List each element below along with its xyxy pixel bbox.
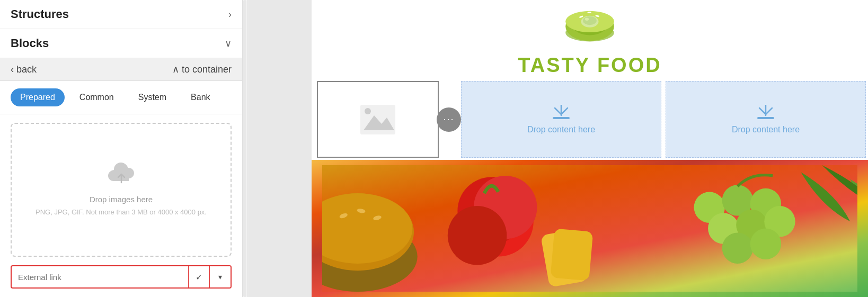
svg-rect-15 <box>757 117 774 119</box>
svg-point-6 <box>585 17 589 21</box>
page-content: TASTY FOOD ··· <box>312 0 868 297</box>
svg-point-26 <box>448 206 507 265</box>
drop-sub-text: PNG, JPG, GIF. Not more than 3 MB or 400… <box>36 207 207 218</box>
tab-prepared[interactable]: Prepared <box>11 88 65 106</box>
structures-title: Structures <box>11 7 69 21</box>
canvas-area: TASTY FOOD ··· <box>248 0 868 297</box>
drop-cloud-icon <box>108 163 135 190</box>
svg-point-11 <box>365 108 371 114</box>
logo-text: TASTY FOOD <box>518 54 661 77</box>
back-to-container-bar: ‹ back ∧ to container <box>0 58 242 81</box>
food-image-inner <box>312 160 868 297</box>
panel-divider <box>243 0 248 297</box>
left-panel: Structures › Blocks ∨ ‹ back ∧ to contai… <box>0 0 243 297</box>
blocks-header[interactable]: Blocks ∨ <box>0 29 242 58</box>
three-dots-button[interactable]: ··· <box>437 107 461 132</box>
drop-content-icon-1 <box>552 105 571 121</box>
external-link-row: ✓ ▾ <box>11 265 232 289</box>
svg-rect-28 <box>551 229 594 281</box>
image-drop-zone[interactable]: Drop images here PNG, JPG, GIF. Not more… <box>11 123 232 257</box>
drop-content-cell-1[interactable]: Drop content here <box>461 81 661 158</box>
drop-content-label-2: Drop content here <box>732 125 800 134</box>
image-placeholder-cell[interactable] <box>317 81 439 158</box>
blocks-title: Blocks <box>11 37 49 50</box>
structures-chevron-icon: › <box>228 9 232 20</box>
tab-system[interactable]: System <box>129 88 176 106</box>
tab-common[interactable]: Common <box>70 88 123 106</box>
canvas-inner: TASTY FOOD ··· <box>248 0 868 297</box>
food-image-area <box>312 160 868 297</box>
svg-point-5 <box>583 16 597 25</box>
to-container-button[interactable]: ∧ to container <box>172 64 232 75</box>
drop-main-text: Drop images here <box>90 195 153 204</box>
donut-logo-icon <box>561 5 619 53</box>
back-button[interactable]: ‹ back <box>11 64 37 75</box>
food-scene-svg <box>322 165 857 292</box>
svg-point-35 <box>722 232 753 263</box>
drop-content-cell-2[interactable]: Drop content here <box>666 81 866 158</box>
image-placeholder-icon <box>359 104 396 136</box>
external-link-dropdown-button[interactable]: ▾ <box>209 266 231 287</box>
svg-rect-13 <box>553 117 570 119</box>
external-link-confirm-button[interactable]: ✓ <box>188 266 209 287</box>
structures-header[interactable]: Structures › <box>0 0 242 29</box>
tab-bank[interactable]: Bank <box>181 88 219 106</box>
logo-area: TASTY FOOD <box>518 0 661 81</box>
tabs-row: Prepared Common System Bank <box>0 81 242 114</box>
drop-content-icon-2 <box>756 105 775 121</box>
external-link-input[interactable] <box>12 267 188 287</box>
content-grid: ··· Drop content here <box>312 81 868 158</box>
svg-point-36 <box>750 229 781 259</box>
blocks-chevron-icon: ∨ <box>225 38 232 49</box>
scrollbar-track[interactable] <box>243 0 246 297</box>
drop-content-label-1: Drop content here <box>527 125 595 134</box>
